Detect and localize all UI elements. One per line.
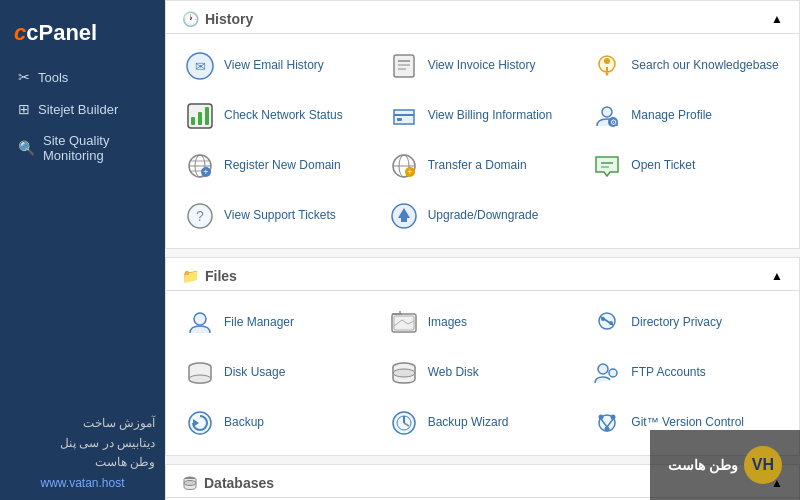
email-history-icon: ✉: [184, 50, 216, 82]
manage-profile-icon: ⚙: [591, 100, 623, 132]
file-manager[interactable]: File Manager: [178, 299, 380, 347]
files-title: 📁 Files: [182, 268, 237, 284]
open-ticket-label: Open Ticket: [631, 158, 695, 174]
register-new-domain[interactable]: + Register New Domain: [178, 142, 380, 190]
billing-label: View Billing Information: [428, 108, 553, 124]
web-disk-icon: [388, 357, 420, 389]
svg-point-9: [606, 73, 609, 76]
check-network-label: Check Network Status: [224, 108, 343, 124]
backup-wizard-icon: [388, 407, 420, 439]
history-section: 🕐 History ▲ ✉ View Email History View In…: [165, 0, 800, 249]
manage-profile[interactable]: ⚙ Manage Profile: [585, 92, 787, 140]
support-tickets-label: View Support Tickets: [224, 208, 336, 224]
view-email-history-label: View Email History: [224, 58, 324, 74]
manage-profile-label: Manage Profile: [631, 108, 712, 124]
view-support-tickets[interactable]: ? View Support Tickets: [178, 192, 380, 240]
register-domain-icon: +: [184, 150, 216, 182]
sidebar-promo-text: آموزش ساخت دیتابیس در سی پنل وطن هاست: [10, 414, 155, 472]
svg-point-64: [611, 415, 616, 420]
upgrade-label: Upgrade/Downgrade: [428, 208, 539, 224]
disk-usage-label: Disk Usage: [224, 365, 285, 381]
open-ticket[interactable]: Open Ticket: [585, 142, 787, 190]
disk-usage-icon: [184, 357, 216, 389]
sidebar-logo: ccPanel: [0, 12, 165, 62]
main-content: 🕐 History ▲ ✉ View Email History View In…: [165, 0, 800, 500]
svg-point-16: [602, 107, 612, 117]
watermark-text: وطن هاست: [668, 457, 738, 473]
ftp-accounts-label: FTP Accounts: [631, 365, 705, 381]
svg-rect-2: [394, 55, 414, 77]
svg-point-7: [604, 58, 610, 64]
svg-point-55: [609, 369, 617, 377]
database-icon: [182, 475, 198, 491]
files-folder-icon: 📁: [182, 268, 199, 284]
sidebar-url: www.vatan.host: [10, 476, 155, 490]
transfer-domain-icon: +: [388, 150, 420, 182]
svg-point-54: [598, 364, 608, 374]
backup-icon: [184, 407, 216, 439]
support-tickets-icon: ?: [184, 200, 216, 232]
backup[interactable]: Backup: [178, 399, 380, 447]
git-version-label: Git™ Version Control: [631, 415, 744, 431]
directory-privacy[interactable]: Directory Privacy: [585, 299, 787, 347]
sidebar-item-sitejet[interactable]: ⊞ Sitejet Builder: [10, 94, 155, 124]
ftp-accounts-icon: [591, 357, 623, 389]
history-grid: ✉ View Email History View Invoice Histor…: [166, 34, 799, 248]
disk-usage[interactable]: Disk Usage: [178, 349, 380, 397]
file-manager-label: File Manager: [224, 315, 294, 331]
sidebar-item-quality[interactable]: 🔍 Site Quality Monitoring: [10, 126, 155, 170]
web-disk[interactable]: Web Disk: [382, 349, 584, 397]
backup-wizard-label: Backup Wizard: [428, 415, 509, 431]
knowledgebase-icon: [591, 50, 623, 82]
transfer-domain[interactable]: + Transfer a Domain: [382, 142, 584, 190]
svg-rect-13: [205, 107, 209, 125]
svg-point-38: [194, 313, 206, 325]
view-email-history[interactable]: ✉ View Email History: [178, 42, 380, 90]
sidebar-item-label-sitejet: Sitejet Builder: [38, 102, 118, 117]
svg-point-63: [599, 415, 604, 420]
svg-point-53: [393, 369, 415, 377]
history-collapse-icon[interactable]: ▲: [771, 12, 783, 26]
databases-title: Databases: [182, 475, 274, 491]
tools-icon: ✂: [18, 69, 30, 85]
search-knowledgebase-label: Search our Knowledgebase: [631, 58, 778, 74]
svg-rect-15: [397, 118, 402, 121]
logo-panel: cPanel: [26, 20, 97, 45]
sidebar-item-tools[interactable]: ✂ Tools: [10, 62, 155, 92]
quality-icon: 🔍: [18, 140, 35, 156]
file-manager-icon: [184, 307, 216, 339]
sidebar-item-label-tools: Tools: [38, 70, 68, 85]
images-label: Images: [428, 315, 467, 331]
files-collapse-icon[interactable]: ▲: [771, 269, 783, 283]
svg-rect-37: [401, 218, 407, 222]
svg-text:?: ?: [196, 208, 204, 224]
open-ticket-icon: [591, 150, 623, 182]
svg-text:⚙: ⚙: [610, 118, 617, 127]
search-knowledgebase[interactable]: Search our Knowledgebase: [585, 42, 787, 90]
svg-rect-11: [191, 117, 195, 125]
history-icon: 🕐: [182, 11, 199, 27]
check-network-status[interactable]: Check Network Status: [178, 92, 380, 140]
svg-point-65: [605, 427, 610, 432]
sidebar-nav: ✂ Tools ⊞ Sitejet Builder 🔍 Site Quality…: [0, 62, 165, 170]
view-billing-info[interactable]: View Billing Information: [382, 92, 584, 140]
web-disk-label: Web Disk: [428, 365, 479, 381]
register-domain-label: Register New Domain: [224, 158, 341, 174]
billing-icon: [388, 100, 420, 132]
svg-text:+: +: [203, 167, 208, 177]
images-item[interactable]: Images: [382, 299, 584, 347]
svg-point-69: [184, 481, 196, 486]
watermark: وطن هاست VH: [650, 430, 800, 500]
upgrade-downgrade[interactable]: Upgrade/Downgrade: [382, 192, 584, 240]
ftp-accounts[interactable]: FTP Accounts: [585, 349, 787, 397]
svg-text:✉: ✉: [195, 59, 206, 74]
view-invoice-history[interactable]: View Invoice History: [382, 42, 584, 90]
backup-wizard[interactable]: Backup Wizard: [382, 399, 584, 447]
logo-c: c: [14, 20, 26, 45]
network-status-icon: [184, 100, 216, 132]
svg-point-51: [189, 375, 211, 383]
history-title: 🕐 History: [182, 11, 253, 27]
images-icon: [388, 307, 420, 339]
view-invoice-label: View Invoice History: [428, 58, 536, 74]
directory-privacy-label: Directory Privacy: [631, 315, 722, 331]
